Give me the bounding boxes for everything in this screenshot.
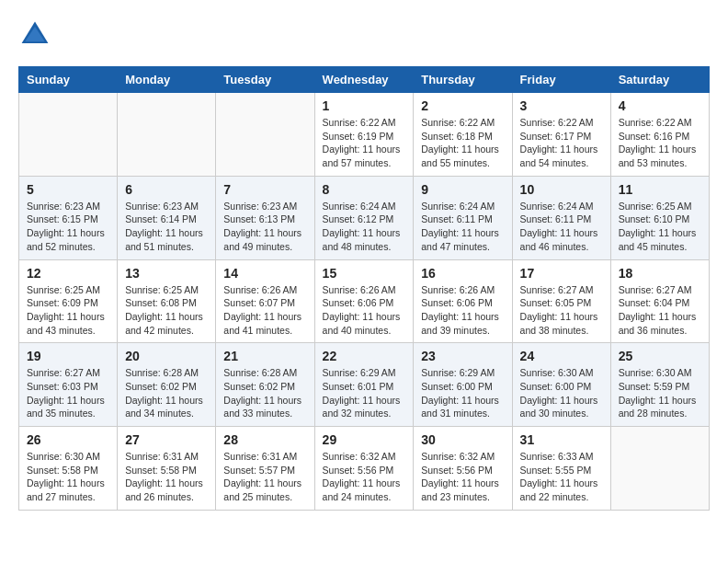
day-number: 8 — [323, 182, 406, 197]
day-info: Sunrise: 6:27 AM Sunset: 6:04 PM Dayligh… — [619, 283, 701, 338]
day-number: 5 — [27, 182, 109, 197]
calendar-cell: 13Sunrise: 6:25 AM Sunset: 6:08 PM Dayli… — [118, 259, 216, 343]
day-number: 26 — [27, 432, 109, 447]
calendar-cell — [216, 93, 314, 177]
day-number: 13 — [125, 266, 208, 281]
day-info: Sunrise: 6:22 AM Sunset: 6:19 PM Dayligh… — [323, 116, 406, 170]
day-info: Sunrise: 6:22 AM Sunset: 6:18 PM Dayligh… — [421, 116, 504, 170]
day-info: Sunrise: 6:30 AM Sunset: 5:58 PM Dayligh… — [27, 450, 109, 504]
day-number: 20 — [125, 349, 208, 363]
calendar-cell: 29Sunrise: 6:32 AM Sunset: 5:56 PM Dayli… — [314, 427, 414, 511]
day-info: Sunrise: 6:24 AM Sunset: 6:12 PM Dayligh… — [323, 200, 406, 254]
calendar-cell: 9Sunrise: 6:24 AM Sunset: 6:11 PM Daylig… — [414, 176, 512, 259]
day-info: Sunrise: 6:30 AM Sunset: 6:00 PM Dayligh… — [520, 366, 603, 420]
day-info: Sunrise: 6:22 AM Sunset: 6:16 PM Dayligh… — [619, 116, 701, 170]
calendar-week-2: 5Sunrise: 6:23 AM Sunset: 6:15 PM Daylig… — [19, 176, 710, 259]
day-info: Sunrise: 6:22 AM Sunset: 6:17 PM Dayligh… — [520, 116, 603, 170]
calendar-cell: 6Sunrise: 6:23 AM Sunset: 6:14 PM Daylig… — [118, 176, 216, 259]
calendar-cell: 24Sunrise: 6:30 AM Sunset: 6:00 PM Dayli… — [512, 343, 610, 427]
day-info: Sunrise: 6:33 AM Sunset: 5:55 PM Dayligh… — [520, 450, 603, 504]
day-number: 12 — [27, 266, 109, 281]
day-info: Sunrise: 6:29 AM Sunset: 6:00 PM Dayligh… — [421, 366, 504, 420]
calendar-cell: 27Sunrise: 6:31 AM Sunset: 5:58 PM Dayli… — [118, 427, 216, 511]
day-number: 31 — [520, 432, 603, 447]
calendar-header-row: SundayMondayTuesdayWednesdayThursdayFrid… — [19, 67, 710, 93]
day-number: 23 — [421, 349, 504, 363]
day-number: 14 — [223, 266, 306, 281]
day-info: Sunrise: 6:24 AM Sunset: 6:11 PM Dayligh… — [421, 200, 504, 254]
calendar-cell: 15Sunrise: 6:26 AM Sunset: 6:06 PM Dayli… — [314, 259, 414, 343]
day-info: Sunrise: 6:27 AM Sunset: 6:03 PM Dayligh… — [27, 366, 109, 420]
calendar-week-4: 19Sunrise: 6:27 AM Sunset: 6:03 PM Dayli… — [19, 343, 710, 427]
calendar-cell: 10Sunrise: 6:24 AM Sunset: 6:11 PM Dayli… — [512, 176, 610, 259]
day-header-saturday: Saturday — [610, 67, 709, 93]
calendar-cell: 5Sunrise: 6:23 AM Sunset: 6:15 PM Daylig… — [19, 176, 118, 259]
day-info: Sunrise: 6:25 AM Sunset: 6:09 PM Dayligh… — [27, 283, 109, 338]
day-number: 7 — [223, 182, 306, 197]
day-number: 28 — [223, 432, 306, 447]
day-info: Sunrise: 6:32 AM Sunset: 5:56 PM Dayligh… — [323, 450, 406, 504]
page-header — [18, 18, 710, 52]
calendar-week-5: 26Sunrise: 6:30 AM Sunset: 5:58 PM Dayli… — [19, 427, 710, 511]
day-info: Sunrise: 6:28 AM Sunset: 6:02 PM Dayligh… — [125, 366, 208, 420]
logo — [18, 18, 57, 52]
day-info: Sunrise: 6:25 AM Sunset: 6:08 PM Dayligh… — [125, 283, 208, 338]
day-info: Sunrise: 6:24 AM Sunset: 6:11 PM Dayligh… — [520, 200, 603, 254]
calendar-cell: 14Sunrise: 6:26 AM Sunset: 6:07 PM Dayli… — [216, 259, 314, 343]
day-info: Sunrise: 6:26 AM Sunset: 6:06 PM Dayligh… — [421, 283, 504, 338]
calendar-cell: 1Sunrise: 6:22 AM Sunset: 6:19 PM Daylig… — [314, 93, 414, 177]
day-number: 30 — [421, 432, 504, 447]
calendar-cell: 3Sunrise: 6:22 AM Sunset: 6:17 PM Daylig… — [512, 93, 610, 177]
day-number: 17 — [520, 266, 603, 281]
calendar-week-3: 12Sunrise: 6:25 AM Sunset: 6:09 PM Dayli… — [19, 259, 710, 343]
day-number: 29 — [323, 432, 406, 447]
day-info: Sunrise: 6:32 AM Sunset: 5:56 PM Dayligh… — [421, 450, 504, 504]
calendar-cell: 7Sunrise: 6:23 AM Sunset: 6:13 PM Daylig… — [216, 176, 314, 259]
day-number: 24 — [520, 349, 603, 363]
day-number: 25 — [619, 349, 701, 363]
day-number: 11 — [619, 182, 701, 197]
day-header-thursday: Thursday — [414, 67, 512, 93]
logo-icon — [18, 18, 51, 52]
day-info: Sunrise: 6:27 AM Sunset: 6:05 PM Dayligh… — [520, 283, 603, 338]
day-info: Sunrise: 6:29 AM Sunset: 6:01 PM Dayligh… — [323, 366, 406, 420]
day-number: 21 — [223, 349, 306, 363]
calendar-cell: 31Sunrise: 6:33 AM Sunset: 5:55 PM Dayli… — [512, 427, 610, 511]
day-number: 4 — [619, 98, 701, 113]
calendar-cell: 25Sunrise: 6:30 AM Sunset: 5:59 PM Dayli… — [610, 343, 709, 427]
calendar-cell: 4Sunrise: 6:22 AM Sunset: 6:16 PM Daylig… — [610, 93, 709, 177]
day-info: Sunrise: 6:23 AM Sunset: 6:14 PM Dayligh… — [125, 200, 208, 254]
day-number: 9 — [421, 182, 504, 197]
calendar-cell: 11Sunrise: 6:25 AM Sunset: 6:10 PM Dayli… — [610, 176, 709, 259]
calendar-cell: 26Sunrise: 6:30 AM Sunset: 5:58 PM Dayli… — [19, 427, 118, 511]
calendar-cell: 30Sunrise: 6:32 AM Sunset: 5:56 PM Dayli… — [414, 427, 512, 511]
day-number: 18 — [619, 266, 701, 281]
calendar-cell — [118, 93, 216, 177]
calendar-cell: 17Sunrise: 6:27 AM Sunset: 6:05 PM Dayli… — [512, 259, 610, 343]
calendar-table: SundayMondayTuesdayWednesdayThursdayFrid… — [18, 66, 710, 511]
day-info: Sunrise: 6:25 AM Sunset: 6:10 PM Dayligh… — [619, 200, 701, 254]
day-header-tuesday: Tuesday — [216, 67, 314, 93]
day-info: Sunrise: 6:28 AM Sunset: 6:02 PM Dayligh… — [223, 366, 306, 420]
calendar-cell: 28Sunrise: 6:31 AM Sunset: 5:57 PM Dayli… — [216, 427, 314, 511]
day-number: 16 — [421, 266, 504, 281]
day-info: Sunrise: 6:31 AM Sunset: 5:58 PM Dayligh… — [125, 450, 208, 504]
day-info: Sunrise: 6:31 AM Sunset: 5:57 PM Dayligh… — [223, 450, 306, 504]
day-header-friday: Friday — [512, 67, 610, 93]
day-number: 10 — [520, 182, 603, 197]
day-header-monday: Monday — [118, 67, 216, 93]
calendar-cell: 21Sunrise: 6:28 AM Sunset: 6:02 PM Dayli… — [216, 343, 314, 427]
day-number: 3 — [520, 98, 603, 113]
day-info: Sunrise: 6:23 AM Sunset: 6:13 PM Dayligh… — [223, 200, 306, 254]
calendar-cell: 12Sunrise: 6:25 AM Sunset: 6:09 PM Dayli… — [19, 259, 118, 343]
day-info: Sunrise: 6:23 AM Sunset: 6:15 PM Dayligh… — [27, 200, 109, 254]
calendar-week-1: 1Sunrise: 6:22 AM Sunset: 6:19 PM Daylig… — [19, 93, 710, 177]
calendar-cell: 22Sunrise: 6:29 AM Sunset: 6:01 PM Dayli… — [314, 343, 414, 427]
day-number: 19 — [27, 349, 109, 363]
day-header-wednesday: Wednesday — [314, 67, 414, 93]
calendar-cell: 20Sunrise: 6:28 AM Sunset: 6:02 PM Dayli… — [118, 343, 216, 427]
day-number: 2 — [421, 98, 504, 113]
day-info: Sunrise: 6:30 AM Sunset: 5:59 PM Dayligh… — [619, 366, 701, 420]
day-number: 15 — [323, 266, 406, 281]
day-info: Sunrise: 6:26 AM Sunset: 6:06 PM Dayligh… — [323, 283, 406, 338]
